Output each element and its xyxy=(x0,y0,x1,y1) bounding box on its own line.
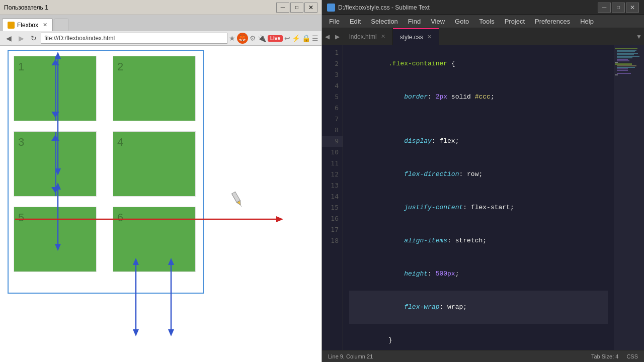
line-num-9: 9 xyxy=(322,136,343,147)
bookmark-icon[interactable]: ★ xyxy=(229,34,235,42)
tab-arrow-right[interactable]: ▶ xyxy=(332,28,342,45)
tab-scroll-right[interactable]: ▼ xyxy=(634,28,644,45)
code-line-7: align-items: stretch; xyxy=(349,224,608,257)
menu-edit[interactable]: Edit xyxy=(345,17,366,26)
editor-title-text: D:/flexbox/style.css - Sublime Text xyxy=(338,4,430,11)
flex-item-label-3: 3 xyxy=(18,136,24,149)
code-line-3 xyxy=(349,114,608,125)
editor-maximize-button[interactable]: □ xyxy=(612,3,625,13)
menu-selection[interactable]: Selection xyxy=(366,17,403,26)
syntax-indicator: CSS xyxy=(626,353,638,359)
nav-extra-icon4[interactable]: ☰ xyxy=(312,34,318,42)
line-num-14: 14 xyxy=(322,191,343,202)
address-bar[interactable]: file:///D:/flexbox/index.html xyxy=(41,33,227,44)
code-line-10: } xyxy=(349,324,608,350)
menu-file[interactable]: File xyxy=(324,17,345,26)
nav-extra-icon1[interactable]: ↩ xyxy=(284,34,290,42)
flex-demo-container: 1 2 3 xyxy=(8,50,204,294)
nav-extra-icon2[interactable]: ⚡ xyxy=(292,34,300,42)
menu-find[interactable]: Find xyxy=(403,17,426,26)
code-line-8: height: 500px; xyxy=(349,257,608,291)
line-num-5: 5 xyxy=(322,92,343,103)
tab-label-index: index.html xyxy=(349,33,377,40)
maximize-button[interactable]: □ xyxy=(290,3,303,13)
menu-help[interactable]: Help xyxy=(575,17,599,26)
firefox-icon: 🦊 xyxy=(237,33,248,44)
line-num-17: 17 xyxy=(322,224,343,235)
svg-marker-15 xyxy=(237,201,243,206)
browser-tab-close-icon[interactable]: ✕ xyxy=(43,22,47,28)
line-num-13: 13 xyxy=(322,180,343,191)
editor-app-icon xyxy=(327,4,335,12)
menu-tools[interactable]: Tools xyxy=(474,17,499,26)
line-num-15: 15 xyxy=(322,202,343,213)
editor-tab-style-css[interactable]: style.css ✕ xyxy=(393,28,439,45)
editor-title: D:/flexbox/style.css - Sublime Text xyxy=(327,4,430,12)
browser-window-controls: ─ □ ✕ xyxy=(276,3,317,13)
nav-extra-icon3[interactable]: 🔒 xyxy=(302,34,310,42)
editor-tab-index-html[interactable]: index.html ✕ xyxy=(342,28,393,45)
line-num-1: 1 xyxy=(322,47,343,58)
settings-icon[interactable]: ⚙ xyxy=(250,34,256,42)
line-num-8: 8 xyxy=(322,125,343,136)
flex-item-label-6: 6 xyxy=(117,211,123,224)
menu-view[interactable]: View xyxy=(426,17,450,26)
browser-tab-icon xyxy=(8,22,15,29)
flex-item-2: 2 xyxy=(113,56,196,121)
line-num-11: 11 xyxy=(322,158,343,169)
code-line-2: border: 2px solid #ccc; xyxy=(349,80,608,114)
code-line-5: flex-direction: row; xyxy=(349,158,608,191)
browser-title-text: Пользователь 1 xyxy=(4,4,48,11)
line-num-4: 4 xyxy=(322,80,343,92)
flex-item-label-1: 1 xyxy=(18,60,24,73)
tab-close-style[interactable]: ✕ xyxy=(427,34,432,40)
browser-tab-flexbox[interactable]: Flexbox ✕ xyxy=(2,18,53,31)
line-num-7: 7 xyxy=(322,114,343,125)
code-line-4: display: flex; xyxy=(349,125,608,158)
tab-size-indicator: Tab Size: 4 xyxy=(591,353,618,359)
browser-window: Пользователь 1 ─ □ ✕ Flexbox ✕ ◀ ▶ ↻ fil… xyxy=(0,0,322,362)
line-num-18: 18 xyxy=(322,235,343,246)
line-numbers: 1 2 3 4 5 6 7 8 9 10 11 12 13 14 15 16 1… xyxy=(322,45,343,350)
extension-icon[interactable]: 🔌 xyxy=(258,34,266,42)
flex-item-label-2: 2 xyxy=(117,60,123,73)
browser-content: 1 2 3 xyxy=(0,46,321,362)
line-num-12: 12 xyxy=(322,169,343,180)
status-bar: Line 9, Column 21 Tab Size: 4 CSS xyxy=(322,350,644,362)
flex-item-6: 6 xyxy=(113,207,196,272)
code-editor-area: 1 2 3 4 5 6 7 8 9 10 11 12 13 14 15 16 1… xyxy=(322,45,644,350)
svg-line-16 xyxy=(240,205,242,207)
line-num-10: 10 xyxy=(322,147,343,158)
svg-marker-13 xyxy=(276,216,283,222)
tab-close-index[interactable]: ✕ xyxy=(381,33,385,40)
close-button[interactable]: ✕ xyxy=(304,3,317,13)
editor-tab-bar: ◀ ▶ index.html ✕ style.css ✕ ▼ xyxy=(322,28,644,45)
code-line-9: flex-wrap: wrap; xyxy=(349,291,608,324)
flex-item-4: 4 xyxy=(113,131,196,197)
svg-marker-8 xyxy=(133,329,139,336)
refresh-button[interactable]: ↻ xyxy=(28,33,39,44)
address-text: file:///D:/flexbox/index.html xyxy=(44,35,115,42)
menu-goto[interactable]: Goto xyxy=(450,17,474,26)
editor-close-button[interactable]: ✕ xyxy=(626,3,639,13)
menu-project[interactable]: Project xyxy=(500,17,530,26)
code-content[interactable]: .flex-container { border: 2px solid #ccc… xyxy=(343,45,614,350)
tab-label-style: style.css xyxy=(400,34,423,41)
new-tab-placeholder[interactable] xyxy=(54,18,69,31)
line-num-3: 3 xyxy=(322,69,343,80)
code-line-6: justify-content: flex-start; xyxy=(349,191,608,224)
editor-window-controls: ─ □ ✕ xyxy=(598,3,639,13)
back-button[interactable]: ◀ xyxy=(3,33,14,44)
menu-bar: File Edit Selection Find View Goto Tools… xyxy=(322,15,644,28)
line-num-16: 16 xyxy=(322,213,343,224)
svg-marker-11 xyxy=(168,329,174,336)
editor-minimize-button[interactable]: ─ xyxy=(598,3,611,13)
tab-arrow-left[interactable]: ◀ xyxy=(322,28,332,45)
minimize-button[interactable]: ─ xyxy=(276,3,289,13)
minimap xyxy=(614,45,644,350)
line-num-2: 2 xyxy=(322,58,343,69)
forward-button[interactable]: ▶ xyxy=(16,33,27,44)
menu-preferences[interactable]: Preferences xyxy=(530,17,575,26)
code-line-1: .flex-container { xyxy=(349,47,608,80)
cursor-position: Line 9, Column 21 xyxy=(328,353,373,359)
